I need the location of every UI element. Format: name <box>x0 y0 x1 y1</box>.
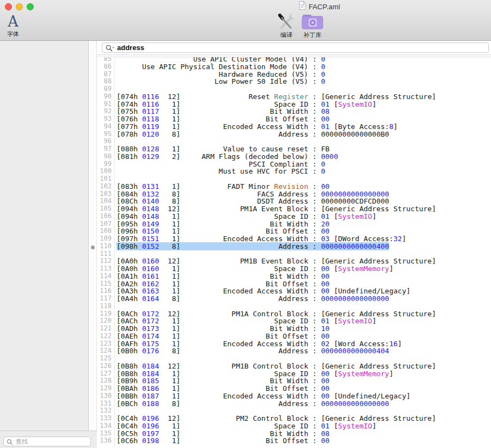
window-title: FACP.aml <box>309 3 340 11</box>
code-line: Use APIC Physical Destination Mode (V4) … <box>116 63 436 71</box>
code-line <box>116 407 436 415</box>
line-number: 118 <box>97 303 114 310</box>
line-number: 125 <box>97 355 114 363</box>
app-window: { "window": { "title": "FACP.aml" }, "to… <box>0 0 491 448</box>
patch-library-button[interactable]: 补丁库 <box>300 14 325 39</box>
tools-icon <box>274 14 299 30</box>
code-line: [0B0h 0176 8] Address : 0000000000000404 <box>116 347 436 355</box>
code-line: [0A3h 0163 1] Encoded Access Width : 00 … <box>116 287 436 295</box>
sidebar-search-field[interactable] <box>3 437 91 446</box>
code-line: [0ACh 0172 1] Space ID : 01 [SystemIO] <box>116 317 436 325</box>
title-bar: FACP.aml A 字体 编译 <box>0 0 491 41</box>
code-line: [0BCh 0188 8] Address : 0000000000000000 <box>116 400 436 408</box>
line-number: 105 <box>97 205 114 213</box>
close-button[interactable] <box>5 3 12 10</box>
code-line: [083h 0131 1] FADT Minor Revision : 00 <box>116 183 436 191</box>
font-button-label: 字体 <box>3 30 23 38</box>
line-number: 93 <box>97 115 114 123</box>
line-number: 133 <box>97 415 114 422</box>
line-number: 100 <box>97 168 114 175</box>
zoom-button[interactable] <box>27 3 34 10</box>
code-line: [0C6h 0198 1] Bit Offset : 00 <box>116 437 436 445</box>
code-line: [0A0h 0160 12] PM1B Event Block : [Gener… <box>116 257 436 265</box>
code-line: Low Power S0 Idle (V5) : 0 <box>116 78 436 85</box>
line-number: 92 <box>97 108 114 115</box>
line-number: 135 <box>97 430 114 438</box>
line-number: 90 <box>97 93 114 101</box>
patch-folder-icon <box>300 14 325 30</box>
code-line: [0BBh 0187 1] Encoded Access Width : 00 … <box>116 392 436 400</box>
line-number: 87 <box>97 71 114 78</box>
line-number: 122 <box>97 333 114 340</box>
line-number: 86 <box>97 63 114 71</box>
code-line: [08Ch 0140 8] DSDT Address : 00000000CDF… <box>116 198 436 205</box>
line-number: 136 <box>97 437 114 445</box>
line-number: 108 <box>97 228 114 235</box>
code-line: [098h 0152 8] Address : 0000000000000400 <box>116 243 436 250</box>
find-field[interactable] <box>102 42 489 53</box>
line-number: 96 <box>97 138 114 145</box>
code-scroll: 8586878889909192939495969798991001011021… <box>97 57 491 448</box>
code-line: [0BAh 0186 1] Bit Offset : 00 <box>116 385 436 392</box>
code-line: [0ACh 0172 12] PM1A Control Block : [Gen… <box>116 310 436 318</box>
code-line: [080h 0128 1] Value to cause reset : FB <box>116 145 436 153</box>
line-number: 106 <box>97 213 114 220</box>
code-line: PSCI Compliant : 0 <box>116 161 436 168</box>
line-number: 116 <box>97 287 114 295</box>
line-number: 109 <box>97 235 114 243</box>
code-line <box>116 138 436 145</box>
code-line: [084h 0132 8] FACS Address : 00000000000… <box>116 191 436 198</box>
line-number: 99 <box>97 161 114 168</box>
compile-button[interactable]: 编译 <box>274 14 299 39</box>
document-icon <box>299 1 306 12</box>
find-input[interactable] <box>117 44 485 52</box>
code-line: [0C4h 0196 1] Space ID : 01 [SystemIO] <box>116 422 436 430</box>
code-line: [0A2h 0162 1] Bit Offset : 00 <box>116 280 436 288</box>
line-number: 102 <box>97 183 114 191</box>
line-number: 134 <box>97 422 114 430</box>
line-number-gutter: 8586878889909192939495969798991001011021… <box>97 57 115 448</box>
line-number: 127 <box>97 370 114 378</box>
code-line: [0A4h 0164 8] Address : 0000000000000000 <box>116 295 436 303</box>
patch-library-button-label: 补丁库 <box>300 31 325 39</box>
code-line: [075h 0117 1] Bit Width : 08 <box>116 108 436 115</box>
line-number: 123 <box>97 340 114 348</box>
search-icon <box>7 439 13 445</box>
line-number: 130 <box>97 392 114 400</box>
code-line: [074h 0116 12] Reset Register : [Generic… <box>116 93 436 101</box>
minimize-button[interactable] <box>16 3 23 10</box>
line-number: 120 <box>97 317 114 325</box>
line-number: 98 <box>97 153 114 161</box>
compile-button-label: 编译 <box>274 31 299 39</box>
code-text: Use APIC Cluster Model (V4) : 0 Use APIC… <box>115 57 436 445</box>
sidebar-table-list <box>0 41 89 448</box>
sidebar-search-input[interactable] <box>16 438 88 445</box>
code-line: Hardware Reduced (V5) : 0 <box>116 71 436 78</box>
code-line: [081h 0129 2] ARM Flags (decoded below) … <box>116 153 436 161</box>
line-number: 132 <box>97 407 114 415</box>
line-number: 101 <box>97 175 114 183</box>
line-number: 124 <box>97 347 114 355</box>
sidebar-find-bar <box>0 431 97 448</box>
code-line: [077h 0119 1] Encoded Access Width : 01 … <box>116 123 436 131</box>
line-number: 126 <box>97 363 114 370</box>
line-number: 104 <box>97 198 114 205</box>
code-line: [094h 0148 12] PM1A Event Block : [Gener… <box>116 205 436 213</box>
code-line: [0A0h 0160 1] Space ID : 00 [SystemMemor… <box>116 265 436 273</box>
search-menu-icon[interactable] <box>106 45 115 52</box>
line-number: 131 <box>97 400 114 408</box>
font-icon: A <box>3 14 23 29</box>
code-area[interactable]: 8586878889909192939495969798991001011021… <box>97 57 491 448</box>
line-number: 117 <box>97 295 114 303</box>
code-line: [095h 0149 1] Bit Width : 20 <box>116 220 436 228</box>
code-line: [0C5h 0197 1] Bit Width : 08 <box>116 430 436 438</box>
code-line: [074h 0116 1] Space ID : 01 [SystemIO] <box>116 101 436 108</box>
line-number: 114 <box>97 273 114 280</box>
font-button[interactable]: A 字体 <box>3 14 23 38</box>
splitter-handle[interactable] <box>91 246 95 249</box>
window-title-group: FACP.aml <box>299 2 340 11</box>
line-number: 129 <box>97 385 114 392</box>
find-result-highlight: [098h 0152 8] Address : 0000000000000400 <box>116 242 389 250</box>
line-number: 128 <box>97 377 114 385</box>
code-line: [0AFh 0175 1] Encoded Access Width : 02 … <box>116 340 436 348</box>
